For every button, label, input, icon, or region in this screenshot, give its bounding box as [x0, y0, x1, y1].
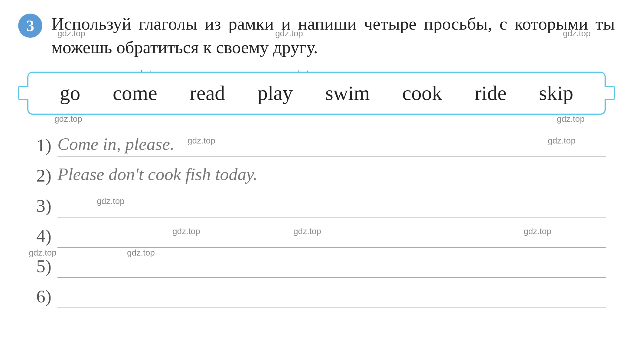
page: gdz.top gdz.top gdz.top 3 Используй глаг… — [0, 0, 633, 364]
task-number: 3 — [18, 14, 42, 38]
watermark-ex4c: gdz.top — [524, 227, 551, 236]
item-content-2: Please don't cook fish today. — [57, 163, 606, 187]
item-number-5: 5) — [27, 256, 57, 278]
word-box-section: gdz.top gdz.top go come read play swim c… — [18, 72, 615, 115]
watermark-bottom-right: gdz.top — [557, 114, 585, 124]
item-number-1: 1) — [27, 135, 57, 157]
item-number-2: 2) — [27, 165, 57, 187]
watermark-ex1: gdz.top — [188, 136, 215, 146]
exercise-section: 1) Come in, please. gdz.top gdz.top 2) P… — [27, 133, 606, 308]
header: gdz.top gdz.top gdz.top 3 Используй глаг… — [18, 12, 615, 60]
exercise-item-2: 2) Please don't cook fish today. — [27, 163, 606, 187]
item-number-3: 3) — [27, 195, 57, 217]
item-number-4: 4) — [27, 226, 57, 248]
word-come: come — [113, 81, 157, 105]
watermark-ex4a: gdz.top — [172, 227, 200, 236]
watermark-ex5-left: gdz.top — [29, 248, 57, 258]
item-number-6: 6) — [27, 286, 57, 308]
item-text-1: Come in, please. — [57, 134, 175, 154]
word-box: go come read play swim cook ride skip — [27, 72, 606, 115]
item-content-5: gdz.top gdz.top — [57, 254, 606, 278]
word-read: read — [190, 81, 225, 105]
item-text-2: Please don't cook fish today. — [57, 164, 258, 184]
word-skip: skip — [539, 81, 573, 105]
exercise-item-3: 3) gdz.top — [27, 193, 606, 217]
watermark: gdz.top — [57, 29, 85, 38]
item-content-1: Come in, please. gdz.top gdz.top — [57, 133, 606, 157]
exercise-item-5: 5) gdz.top gdz.top — [27, 254, 606, 278]
word-cook: cook — [402, 81, 442, 105]
exercise-item-4: 4) gdz.top gdz.top gdz.top — [27, 224, 606, 248]
watermark-ex4b: gdz.top — [293, 227, 321, 236]
word-go: go — [60, 81, 80, 105]
watermark-bottom-left: gdz.top — [54, 114, 82, 124]
item-content-3: gdz.top — [57, 193, 606, 217]
word-box-container: go come read play swim cook ride skip — [27, 72, 606, 115]
exercise-item-1: 1) Come in, please. gdz.top gdz.top — [27, 133, 606, 157]
watermark-ex5-center: gdz.top — [127, 248, 155, 258]
exercise-item-6: 6) — [27, 284, 606, 308]
word-ride: ride — [475, 81, 507, 105]
watermark-ex3: gdz.top — [97, 196, 125, 206]
watermark: gdz.top — [563, 29, 591, 38]
word-play: play — [257, 81, 293, 105]
word-swim: swim — [325, 81, 370, 105]
item-content-4: gdz.top gdz.top gdz.top — [57, 224, 606, 248]
task-instruction: Используй глаголы из рамки и напиши четы… — [51, 12, 615, 60]
watermark: gdz.top — [275, 29, 303, 38]
item-content-6 — [57, 284, 606, 308]
watermark-ex1b: gdz.top — [548, 136, 576, 146]
